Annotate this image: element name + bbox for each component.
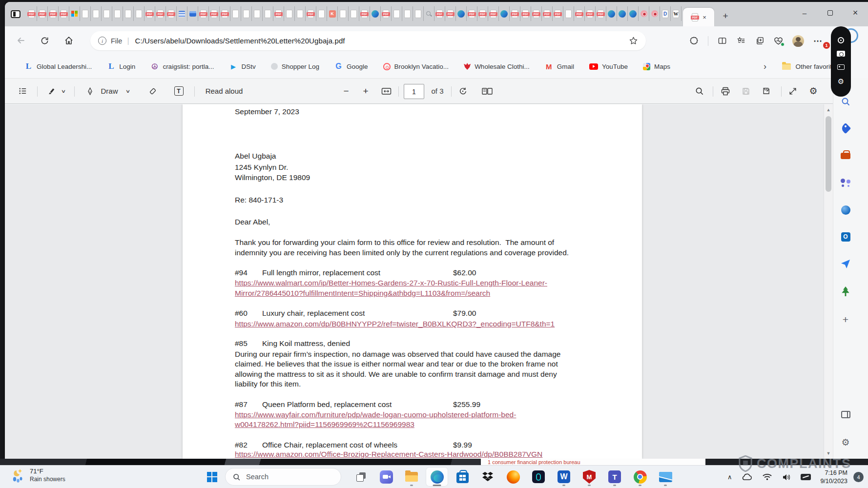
tab-36[interactable] <box>402 6 413 21</box>
document-link[interactable]: https://www.walmart.com/ip/Better-Homes-… <box>235 278 627 288</box>
sidebar-layout-icon[interactable] <box>839 407 852 421</box>
tab-2[interactable] <box>37 6 48 21</box>
taskbar-file-explorer-icon[interactable] <box>400 467 423 487</box>
widget-panel-icon[interactable] <box>837 64 845 70</box>
notification-count-badge[interactable]: 4 <box>853 472 864 482</box>
tab-47[interactable] <box>520 6 531 21</box>
bookmark-7[interactable]: Wholesale Clothi... <box>464 63 530 70</box>
tab-42[interactable] <box>467 6 477 21</box>
taskbar-search[interactable]: Search <box>225 468 341 486</box>
browser-essentials-icon[interactable] <box>774 37 783 45</box>
tab-10[interactable] <box>123 6 134 21</box>
table-of-contents-icon[interactable] <box>15 79 30 103</box>
draw-pen-icon[interactable] <box>83 79 97 103</box>
maximize-button[interactable] <box>817 2 843 23</box>
tray-chevron-icon[interactable]: ∧ <box>727 473 732 481</box>
taskbar-teams-icon[interactable]: T <box>603 467 626 487</box>
document-link[interactable]: https://www.amazon.com/Office-Brozigo-Re… <box>235 449 627 459</box>
taskbar-store-icon[interactable] <box>451 467 474 487</box>
other-favorites-button[interactable]: Other favorites <box>782 63 839 70</box>
document-link[interactable]: Mirror/2786445010?fulfillmentIntent=Ship… <box>235 288 627 298</box>
tab-41[interactable] <box>456 6 467 21</box>
tab-34[interactable] <box>381 6 392 21</box>
taskbar-mail-icon[interactable] <box>654 467 677 487</box>
tab-35[interactable] <box>392 6 402 21</box>
sidebar-send-plane-icon[interactable] <box>839 257 852 271</box>
tab-20[interactable] <box>230 6 241 21</box>
bookmark-5[interactable]: GGoogle <box>334 62 368 71</box>
tab-45[interactable] <box>499 6 510 21</box>
tab-9[interactable] <box>112 6 123 21</box>
bookmark-3[interactable]: ▶DStv <box>229 62 255 71</box>
page-number-input[interactable]: 1 <box>404 84 424 99</box>
tab-33[interactable] <box>370 6 381 21</box>
search-document-icon[interactable] <box>691 79 707 103</box>
wifi-icon[interactable] <box>762 473 772 481</box>
sidebar-search-icon[interactable] <box>839 95 852 108</box>
sidebar-tree-icon[interactable] <box>839 285 852 298</box>
volume-icon[interactable] <box>782 473 791 481</box>
pdf-settings-gear-icon[interactable]: ⚙ <box>806 79 821 103</box>
tab-48[interactable] <box>531 6 542 21</box>
rotate-icon[interactable] <box>455 79 471 103</box>
tab-15[interactable] <box>177 6 187 21</box>
tab-16[interactable] <box>187 6 198 21</box>
tab-53[interactable] <box>585 6 596 21</box>
document-link[interactable]: https://www.amazon.com/dp/B0BHNYYPP2/ref… <box>235 319 627 329</box>
tab-24[interactable] <box>273 6 284 21</box>
extensions-icon[interactable] <box>689 36 699 45</box>
draw-dropdown-icon[interactable]: ∨ <box>122 79 134 103</box>
print-icon[interactable] <box>718 79 733 103</box>
tab-57[interactable] <box>628 6 639 21</box>
widget-settings-icon[interactable]: ⚙ <box>838 77 844 86</box>
tab-28[interactable] <box>316 6 327 21</box>
tab-43[interactable] <box>477 6 488 21</box>
tab-54[interactable] <box>596 6 606 21</box>
favorites-icon[interactable] <box>736 36 746 45</box>
bookmark-10[interactable]: Maps <box>643 63 670 70</box>
tab-40[interactable] <box>445 6 456 21</box>
taskbar-dropbox-icon[interactable] <box>476 467 499 487</box>
taskbar-word-icon[interactable]: W <box>553 467 575 487</box>
bookmark-8[interactable]: MGmail <box>545 62 574 71</box>
tab-14[interactable] <box>166 6 177 21</box>
sidebar-outlook-icon[interactable]: O <box>839 230 852 244</box>
home-button[interactable] <box>61 32 77 49</box>
tab-4[interactable] <box>59 6 69 21</box>
sidebar-settings-icon[interactable]: ⚙ <box>839 435 852 449</box>
scroll-up-icon[interactable]: ▲ <box>824 107 833 112</box>
tab-50[interactable] <box>553 6 563 21</box>
sidebar-toolbox-icon[interactable] <box>839 149 852 163</box>
draw-label[interactable]: Draw <box>99 79 120 103</box>
onedrive-cloud-icon[interactable] <box>741 473 753 481</box>
tab-19[interactable] <box>220 6 230 21</box>
collections-icon[interactable] <box>755 36 765 45</box>
page-info-icon[interactable]: i <box>98 37 106 45</box>
favorite-star-icon[interactable] <box>629 36 638 45</box>
tab-close-icon[interactable]: × <box>703 14 706 20</box>
tab-25[interactable] <box>284 6 295 21</box>
sidebar-shopping-tag-icon[interactable] <box>839 122 852 135</box>
tab-3[interactable] <box>48 6 59 21</box>
tab-13[interactable] <box>155 6 166 21</box>
sidebar-add-icon[interactable]: + <box>839 313 852 326</box>
document-link[interactable]: w004178262.html?piid=1156969969%2C115696… <box>235 419 627 429</box>
scrollbar-thumb[interactable] <box>826 116 831 192</box>
save-as-icon[interactable] <box>759 79 775 103</box>
tab-52[interactable] <box>574 6 585 21</box>
scrollbar[interactable]: ▲ ▼ <box>824 104 833 459</box>
bookmark-2[interactable]: ☮craigslist: portla... <box>150 62 214 71</box>
tab-5[interactable] <box>69 6 80 21</box>
address-bar[interactable]: i File | C:/Users/abelu/Downloads/Settle… <box>90 31 646 50</box>
tab-60[interactable]: D <box>660 6 671 21</box>
url-text[interactable]: C:/Users/abelu/Downloads/Settlement%20Le… <box>135 37 345 45</box>
tab-6[interactable] <box>80 6 91 21</box>
read-aloud-button[interactable]: Read aloud <box>202 79 246 103</box>
split-screen-icon[interactable] <box>718 36 727 45</box>
tab-26[interactable] <box>295 6 306 21</box>
tab-7[interactable] <box>91 6 102 21</box>
tab-49[interactable] <box>542 6 553 21</box>
tab-workspaces-button[interactable] <box>5 2 26 26</box>
eraser-icon[interactable] <box>145 79 160 103</box>
profile-avatar[interactable] <box>792 35 804 47</box>
